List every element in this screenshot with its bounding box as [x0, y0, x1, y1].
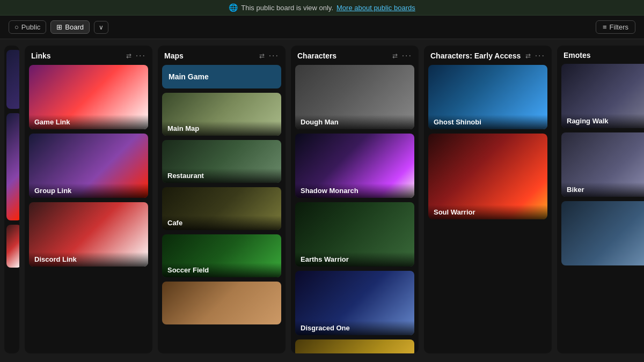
card-restaurant[interactable]: Restaurant — [162, 140, 281, 183]
column-header-links: Links ⇄ ··· — [25, 46, 152, 65]
card-soul-warrior[interactable]: Soul Warrior — [428, 134, 547, 219]
toolbar-right: ≡ Filters — [596, 20, 635, 34]
public-label: Public — [21, 23, 40, 31]
card-label-earths-warrior: Earths Warrior — [295, 252, 414, 267]
card-soccer-field[interactable]: Soccer Field — [162, 234, 281, 277]
more-options-links[interactable]: ··· — [136, 51, 146, 61]
board-label: Board — [65, 23, 84, 31]
column-body-maps: Main Game Main Map Restaurant Cafe Socce… — [158, 65, 286, 353]
card-label-soccer-field: Soccer Field — [162, 263, 281, 277]
card-label-disgraced-one: Disgraced One — [295, 321, 414, 335]
card-group-link[interactable]: Group Link — [29, 134, 148, 198]
notification-static: This public board is view only. — [241, 4, 333, 12]
column-title-maps: Maps — [164, 51, 184, 60]
column-links: Links ⇄ ··· Game Link Group Link Discord… — [25, 46, 152, 353]
card-earths-warrior[interactable]: Earths Warrior — [295, 202, 414, 267]
card-dough-man[interactable]: Dough Man — [295, 65, 414, 129]
expand-icon-maps[interactable]: ⇄ — [259, 52, 265, 60]
toolbar-left: ○ Public ⊞ Board ∨ — [9, 20, 108, 34]
column-body-early: Ghost Shinobi Soul Warrior — [424, 65, 552, 353]
column-title-early: Characters: Early Access — [430, 51, 521, 60]
card-raging-walk[interactable]: Raging Walk — [561, 64, 644, 128]
column-body-emotes: Raging Walk Biker — [557, 64, 644, 353]
more-options-early[interactable]: ··· — [535, 51, 545, 61]
column-emotes: Emotes Raging Walk Biker — [557, 46, 644, 353]
chevron-down-icon: ∨ — [99, 24, 104, 31]
card-label-game-link: Game Link — [29, 115, 148, 129]
column-header-emotes: Emotes — [557, 46, 644, 64]
column-title-characters: Characters — [297, 51, 336, 60]
expand-icon-characters[interactable]: ⇄ — [392, 52, 398, 60]
partial-card-3 — [6, 225, 19, 268]
main-game-label: Main Game — [169, 72, 209, 81]
column-title-emotes: Emotes — [564, 51, 591, 60]
card-discord-link[interactable]: Discord Link — [29, 202, 148, 267]
card-label-dough-man: Dough Man — [295, 115, 414, 129]
card-emote-extra[interactable] — [561, 201, 644, 265]
column-body-characters: Dough Man Shadow Monarch Earths Warrior … — [291, 65, 419, 353]
card-label-raging-walk: Raging Walk — [561, 114, 644, 128]
expand-icon-links[interactable]: ⇄ — [126, 52, 131, 60]
card-label-soul-warrior: Soul Warrior — [428, 205, 547, 219]
public-globe-icon: ○ — [14, 23, 19, 31]
more-options-characters[interactable]: ··· — [402, 51, 412, 61]
card-label-group-link: Group Link — [29, 183, 148, 198]
column-body-links: Game Link Group Link Discord Link — [25, 65, 152, 353]
card-label-main-map: Main Map — [162, 121, 281, 136]
card-label-ghost-shinobi: Ghost Shinobi — [428, 115, 547, 129]
column-characters: Characters ⇄ ··· Dough Man Shadow Monarc… — [291, 46, 419, 353]
card-cafe[interactable]: Cafe — [162, 187, 281, 230]
globe-icon: 🌐 — [229, 3, 238, 12]
card-game-link[interactable]: Game Link — [29, 65, 148, 129]
card-label-discord-link: Discord Link — [29, 252, 148, 267]
board-icon: ⊞ — [56, 23, 62, 31]
column-header-maps: Maps ⇄ ··· — [158, 46, 286, 65]
card-label-biker: Biker — [561, 182, 644, 197]
partial-card-2 — [6, 113, 19, 220]
column-title-links: Links — [31, 51, 51, 60]
column-header-early: Characters: Early Access ⇄ ··· — [424, 46, 552, 65]
column-maps: Maps ⇄ ··· Main Game Main Map Restaurant… — [158, 46, 286, 353]
card-label-cafe: Cafe — [162, 216, 281, 230]
card-menacing-vampire[interactable]: Menacing Vampire — [295, 339, 414, 353]
card-ghost-shinobi[interactable]: Ghost Shinobi — [428, 65, 547, 129]
card-shadow-monarch[interactable]: Shadow Monarch — [295, 134, 414, 198]
more-options-maps[interactable]: ··· — [269, 51, 279, 61]
filters-button[interactable]: ≡ Filters — [596, 20, 635, 34]
notification-bar: 🌐 This public board is view only. More a… — [0, 0, 644, 16]
card-biker[interactable]: Biker — [561, 132, 644, 197]
notification-link[interactable]: More about public boards — [336, 4, 415, 12]
toolbar: ○ Public ⊞ Board ∨ ≡ Filters — [0, 16, 644, 39]
column-characters-early: Characters: Early Access ⇄ ··· Ghost Shi… — [424, 46, 552, 353]
partial-card-1 — [6, 50, 19, 109]
filter-icon: ≡ — [603, 23, 607, 31]
board-area: Links ⇄ ··· Game Link Group Link Discord… — [0, 39, 644, 360]
card-label-restaurant: Restaurant — [162, 168, 281, 183]
expand-icon-early[interactable]: ⇄ — [525, 52, 531, 60]
card-main-map[interactable]: Main Map — [162, 93, 281, 136]
card-disgraced-one[interactable]: Disgraced One — [295, 271, 414, 335]
filters-label: Filters — [610, 23, 628, 31]
column-header-characters: Characters ⇄ ··· — [291, 46, 419, 65]
card-label-shadow-monarch: Shadow Monarch — [295, 183, 414, 198]
partial-left-column — [4, 46, 19, 353]
chevron-down-button[interactable]: ∨ — [94, 21, 108, 34]
public-button[interactable]: ○ Public — [9, 20, 46, 34]
card-map-extra[interactable] — [162, 282, 281, 324]
board-button[interactable]: ⊞ Board — [50, 20, 90, 34]
card-main-game[interactable]: Main Game — [162, 65, 281, 88]
